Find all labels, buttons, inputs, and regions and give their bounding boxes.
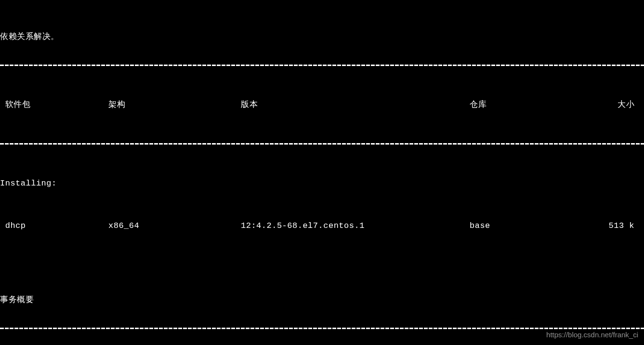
col-hdr-size: 大小 xyxy=(595,100,644,110)
col-hdr-package: 软件包 xyxy=(0,100,108,110)
col-hdr-version: 版本 xyxy=(241,100,470,110)
divider xyxy=(0,65,644,66)
watermark: https://blog.csdn.net/frank_ci xyxy=(546,330,638,340)
divider xyxy=(0,328,644,329)
table-header: 软件包 架构 版本 仓库 大小 xyxy=(0,100,644,110)
cell-arch: x86_64 xyxy=(108,221,241,231)
divider xyxy=(0,143,644,145)
col-hdr-repo: 仓库 xyxy=(470,100,595,110)
line-dep-resolved: 依赖关系解决。 xyxy=(0,32,644,42)
installing-label: Installing: xyxy=(0,178,644,189)
cell-package: dhcp xyxy=(0,221,108,231)
summary-header: 事务概要 xyxy=(0,295,644,305)
cell-size: 513 k xyxy=(595,221,644,231)
terminal-output[interactable]: 依赖关系解决。 软件包 架构 版本 仓库 大小 Installing: dhcp… xyxy=(0,0,644,345)
cell-repo: base xyxy=(470,221,595,231)
table-row: dhcp x86_64 12:4.2.5-68.el7.centos.1 bas… xyxy=(0,221,644,231)
cell-version: 12:4.2.5-68.el7.centos.1 xyxy=(241,221,470,231)
col-hdr-arch: 架构 xyxy=(108,100,241,110)
blank-line xyxy=(0,263,644,274)
